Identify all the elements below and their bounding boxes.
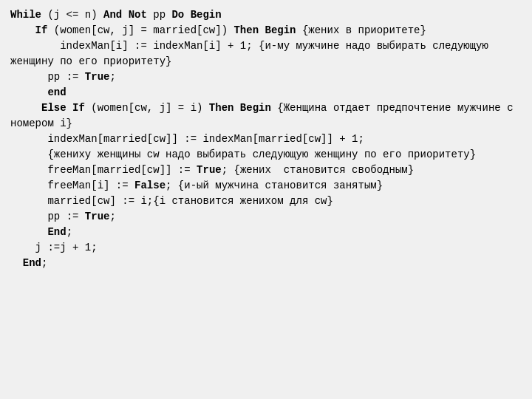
keyword: False [134, 180, 166, 191]
code-line: married[cw] := i;{i становится женихом д… [10, 194, 522, 209]
code-text: (women[cw, j] = married[cw]) [47, 24, 233, 36]
code-text: freeMan[i] := [10, 180, 134, 191]
keyword: While [10, 9, 41, 21]
code-text: pp [147, 9, 172, 21]
keyword: True [85, 71, 110, 83]
keyword: Do Begin [171, 9, 221, 21]
code-line: While (j <= n) And Not pp Do Begin [10, 7, 522, 23]
code-line: End; [10, 256, 522, 271]
code-text: ; {и-ый мужчина становится занятым} [166, 180, 383, 191]
code-text: indexMan[i] := indexMan[i] + 1; {и-му му… [10, 40, 494, 67]
keyword: end [10, 86, 66, 98]
keyword: Then Begin [233, 24, 296, 36]
code-text: ; [66, 226, 72, 238]
code-line: pp := True; [10, 209, 522, 225]
keyword: End [10, 226, 66, 238]
code-text: married[cw] := i;{i становится женихом д… [10, 195, 333, 207]
keyword: And Not [103, 9, 147, 21]
code-line: end [10, 85, 522, 100]
code-text: (j <= n) [41, 9, 103, 21]
keyword: End [10, 257, 41, 269]
code-line: pp := True; [10, 69, 522, 85]
keyword: Then Begin [209, 102, 271, 114]
code-text: {жениху женщины cw надо выбирать следующ… [10, 149, 476, 160]
code-line: indexMan[i] := indexMan[i] + 1; {и-му му… [10, 38, 522, 69]
code-line: j :=j + 1; [10, 240, 522, 256]
code-text: ; [109, 71, 115, 83]
code-line: freeMan[married[cw]] := True; {жених ста… [10, 163, 522, 178]
code-text: ; {жених становится свободным} [222, 164, 414, 176]
code-text: indexMan[married[cw]] := indexMan[marrie… [10, 133, 364, 145]
keyword: True [85, 211, 110, 222]
code-line: End; [10, 225, 522, 240]
code-container: While (j <= n) And Not pp Do Begin If (w… [10, 7, 522, 271]
code-line: If (women[cw, j] = married[cw]) Then Beg… [10, 23, 522, 38]
code-line: freeMan[i] := False; {и-ый мужчина стано… [10, 178, 522, 194]
code-text: (women[cw, j] = i) [85, 102, 209, 114]
code-text: := [178, 164, 197, 176]
code-line: Else If (women[cw, j] = i) Then Begin {Ж… [10, 100, 522, 132]
code-text: := [66, 71, 85, 83]
code-text: {жених в приоритете} [296, 24, 426, 36]
code-text: j :=j + 1; [10, 242, 98, 253]
code-text: ; [109, 211, 115, 222]
code-text: pp := [10, 211, 85, 222]
code-line: {жениху женщины cw надо выбирать следующ… [10, 147, 522, 163]
code-line: indexMan[married[cw]] := indexMan[marrie… [10, 132, 522, 147]
code-text: freeMan[married[cw]] [10, 164, 178, 176]
code-text: pp [10, 71, 66, 83]
keyword: Else If [10, 102, 85, 114]
keyword: True [197, 164, 222, 176]
keyword: If [10, 24, 47, 36]
code-text: ; [41, 257, 47, 269]
